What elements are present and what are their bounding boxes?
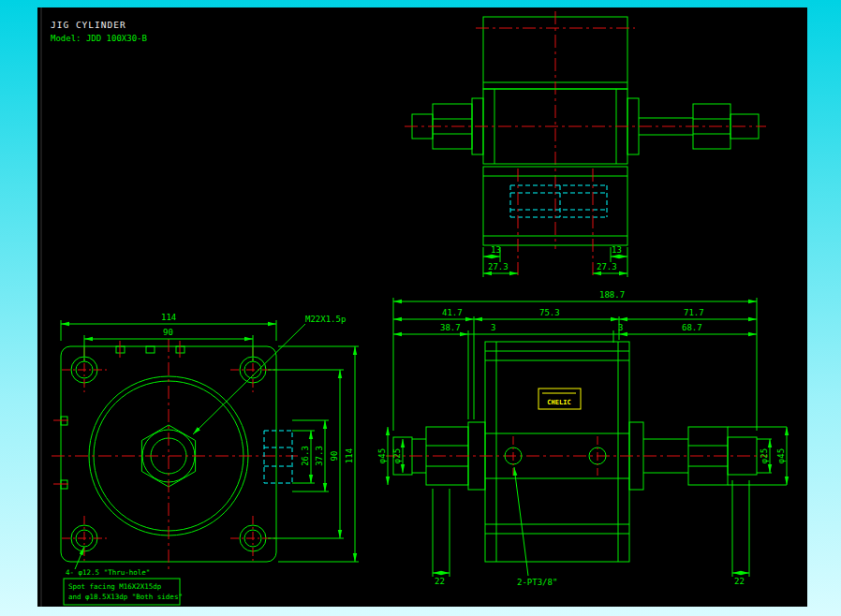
dim-90-right: 90 bbox=[330, 451, 339, 462]
dim-27-3-left: 27.3 bbox=[488, 262, 509, 271]
model-label: Model: JDD 100X30-B bbox=[51, 34, 147, 43]
bolt-hole-bottom-left bbox=[62, 516, 107, 561]
drawing-title: JIG CYLINDER bbox=[51, 20, 126, 30]
note-line-2: Spot facing M16X2X15dp bbox=[68, 582, 162, 591]
dim-22-right: 22 bbox=[734, 577, 745, 586]
dim-68-7: 68.7 bbox=[682, 323, 702, 332]
front-view: 114 90 M22X1.5p 26.3 37.3 bbox=[52, 313, 359, 605]
dim-38-7: 38.7 bbox=[440, 323, 461, 332]
hole-notes: 4- φ12.5 "Thru-hole" Spot facing M16X2X1… bbox=[64, 547, 183, 605]
note-line-3: and φ18.5X13dp "Both sides" bbox=[68, 593, 183, 601]
dim-37-3-right: 37.3 bbox=[315, 446, 324, 466]
dim-41-7: 41.7 bbox=[442, 308, 463, 317]
note-line-1: 4- φ12.5 "Thru-hole" bbox=[66, 568, 150, 577]
dim-13-left: 13 bbox=[491, 245, 501, 255]
brand-stamp-label: CHELIC bbox=[547, 399, 570, 406]
thread-callout: M22X1.5p bbox=[305, 315, 346, 324]
drawing-canvas[interactable]: JIG CYLINDER Model: JDD 100X30-B bbox=[37, 7, 807, 607]
dim-26-3-right: 26.3 bbox=[301, 446, 310, 466]
cad-drawing: JIG CYLINDER Model: JDD 100X30-B bbox=[37, 7, 807, 607]
dia-45-left: φ45 bbox=[377, 448, 387, 463]
dia-25-right: φ25 bbox=[760, 448, 769, 463]
dia-25-left: φ25 bbox=[392, 448, 402, 463]
dim-27-3-right: 27.3 bbox=[597, 262, 617, 271]
plan-view: 13 13 27.3 27.3 bbox=[405, 11, 766, 277]
port-callout: 2-PT3/8" bbox=[517, 578, 557, 587]
dim-75-3: 75.3 bbox=[539, 308, 560, 317]
dim-3-left: 3 bbox=[491, 323, 495, 332]
side-section-view: CHELIC 188.7 41.7 75.3 71.7 bbox=[377, 290, 787, 587]
dim-90-top: 90 bbox=[163, 328, 173, 337]
dia-45-right: φ45 bbox=[776, 448, 786, 463]
title-block: JIG CYLINDER Model: JDD 100X30-B bbox=[51, 20, 147, 43]
dim-114-right: 114 bbox=[345, 448, 354, 463]
app-background: JIG CYLINDER Model: JDD 100X30-B bbox=[0, 0, 841, 616]
dim-114-top: 114 bbox=[161, 313, 176, 322]
dim-188-7: 188.7 bbox=[599, 290, 625, 300]
dim-71-7: 71.7 bbox=[684, 308, 704, 317]
dim-3-right: 3 bbox=[618, 323, 623, 332]
dim-22-left: 22 bbox=[435, 577, 445, 586]
dim-13-right: 13 bbox=[612, 245, 622, 255]
brand-stamp: CHELIC bbox=[539, 389, 581, 409]
